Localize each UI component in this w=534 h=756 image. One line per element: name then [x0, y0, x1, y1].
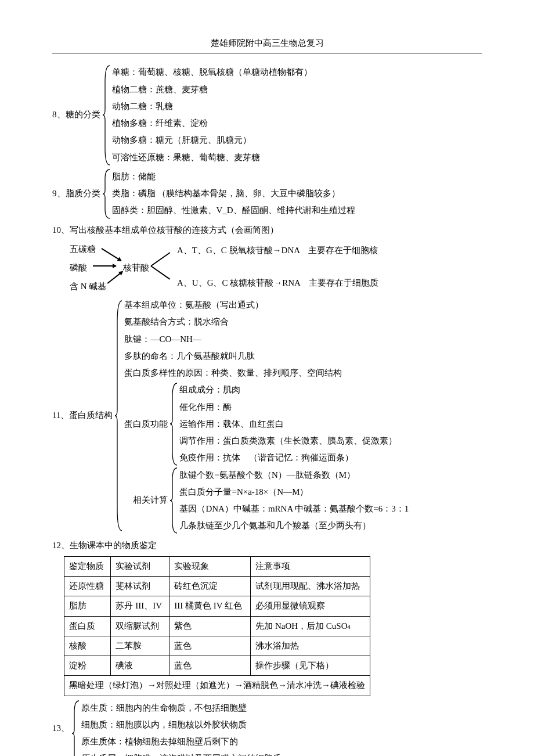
rna-line: A、U、G、C 核糖核苷酸→RNA 主要存在于细胞质 [177, 275, 378, 291]
table-cell: 碘液 [111, 656, 169, 676]
arrow-icon [93, 265, 116, 267]
table-foot-row: 黑暗处理（绿灯泡）→对照处理（如遮光）→酒精脱色→清水冲洗→碘液检验 [64, 676, 370, 696]
table-cell: 淀粉 [64, 656, 111, 676]
identification-table: 鉴定物质 实验试剂 实验现象 注意事项 还原性糖斐林试剂砖红色沉淀试剂现用现配、… [64, 556, 370, 696]
table-row: 脂肪苏丹 III、IVIII 橘黄色 IV 红色必须用显微镜观察 [64, 596, 370, 616]
text-line: 蛋白质多样性的原因：种类、数量、排列顺序、空间结构 [124, 365, 409, 381]
table-cell: 双缩脲试剂 [111, 616, 169, 636]
text-line: 催化作用：酶 [179, 399, 397, 416]
table-cell: 沸水浴加热 [251, 636, 370, 656]
table-cell: 核酸 [64, 636, 111, 656]
text-line: 调节作用：蛋白质类激素（生长激素、胰岛素、促激素） [179, 433, 397, 449]
brace-icon [102, 168, 112, 219]
text-line: 动物二糖：乳糖 [112, 98, 312, 115]
text-line: 几条肽链至少几个氨基和几个羧基（至少两头有） [179, 517, 409, 534]
table-cell: 蛋白质 [64, 616, 111, 636]
text-line: 组成成分：肌肉 [179, 381, 397, 398]
section-9: 9、脂质分类 脂肪：储能 类脂：磷脂 （膜结构基本骨架，脑、卵、大豆中磷脂较多）… [52, 168, 482, 219]
section-8-label: 8、糖的分类 [52, 64, 102, 166]
table-cell: 蓝色 [169, 656, 251, 676]
text-line: 基因（DNA）中碱基：mRNA 中碱基：氨基酸个数=6：3：1 [179, 501, 409, 517]
table-cell: 先加 NaOH，后加 CuSO₄ [251, 616, 370, 636]
section-13-label: 13、 [52, 700, 71, 737]
text-line: 细胞质：细胞膜以内，细胞核以外胶状物质 [81, 717, 282, 733]
table-cell: 二苯胺 [111, 636, 169, 656]
table-row: 核酸二苯胺蓝色沸水浴加热 [64, 636, 370, 656]
protein-function-label: 蛋白质功能 [124, 416, 169, 433]
nucleotide-center: 核苷酸 [123, 260, 149, 276]
text-line: 原生质：细胞内的生命物质，不包括细胞壁 [81, 700, 282, 717]
table-header: 实验试剂 [111, 556, 169, 576]
table-header: 鉴定物质 [64, 556, 111, 576]
section-9-label: 9、脂质分类 [52, 168, 102, 219]
text-line: 脂肪：储能 [112, 168, 355, 185]
section-12-title: 12、生物课本中的物质鉴定 [52, 537, 482, 554]
text-line: 多肽的命名：几个氨基酸就叫几肽 [124, 348, 409, 365]
table-cell: 必须用显微镜观察 [251, 596, 370, 616]
component-pentose: 五碳糖 [70, 241, 96, 258]
table-cell: 脂肪 [64, 596, 111, 616]
table-cell: 蓝色 [169, 636, 251, 656]
brace-icon [71, 700, 81, 757]
text-line: 蛋白质分子量=N×a-18×（N—M） [179, 484, 409, 501]
protein-function-group: 蛋白质功能 组成成分：肌肉 催化作用：酶 运输作用：载体、血红蛋白 调节作用：蛋… [124, 381, 409, 466]
table-cell: 苏丹 III、IV [111, 596, 169, 616]
line-icon [151, 265, 171, 279]
arrow-icon [102, 248, 122, 261]
text-line: 原生质体：植物细胞去掉细胞壁后剩下的 [81, 733, 282, 750]
table-cell: 还原性糖 [64, 577, 111, 596]
brace-icon [169, 467, 179, 534]
table-cell: 操作步骤（见下格） [251, 656, 370, 676]
text-line: 单糖：葡萄糖、核糖、脱氧核糖（单糖动植物都有） [112, 64, 312, 81]
text-line: 原生质层：细胞膜、液泡膜以及两层膜之间的细胞质 [81, 750, 282, 756]
text-line: 肽键个数=氨基酸个数（N）—肽链条数（M） [179, 467, 409, 484]
table-foot-cell: 黑暗处理（绿灯泡）→对照处理（如遮光）→酒精脱色→清水冲洗→碘液检验 [64, 676, 370, 696]
line-icon [151, 252, 171, 266]
section-10-title: 10、写出核酸基本组成单位核苷酸的连接方式（会画简图） [52, 222, 482, 239]
section-13: 13、 原生质：细胞内的生命物质，不包括细胞壁 细胞质：细胞膜以内，细胞核以外胶… [52, 700, 482, 757]
text-line: 固醇类：胆固醇、性激素、V_D、醛固酮、维持代谢和生殖过程 [112, 202, 355, 219]
text-line: 基本组成单位：氨基酸（写出通式） [124, 297, 409, 314]
protein-calc-group: 相关计算 肽键个数=氨基酸个数（N）—肽链条数（M） 蛋白质分子量=N×a-18… [133, 467, 409, 535]
table-header: 实验现象 [169, 556, 251, 576]
text-line: 植物二糖：蔗糖、麦芽糖 [112, 81, 312, 98]
text-line: 可溶性还原糖：果糖、葡萄糖、麦芽糖 [112, 149, 312, 166]
text-line: 免疫作用：抗体 （谐音记忆：狗催运面条） [179, 449, 397, 466]
text-line: 运输作用：载体、血红蛋白 [179, 416, 397, 433]
table-cell: 斐林试剂 [111, 577, 169, 596]
page-header: 楚雄师院附中高三生物总复习 [52, 35, 482, 52]
section-8: 8、糖的分类 单糖：葡萄糖、核糖、脱氧核糖（单糖动植物都有） 植物二糖：蔗糖、麦… [52, 64, 482, 166]
component-phosphate: 磷酸 [70, 260, 87, 276]
table-header: 注意事项 [251, 556, 370, 576]
table-row: 蛋白质双缩脲试剂紫色先加 NaOH，后加 CuSO₄ [64, 616, 370, 636]
text-line: 氨基酸结合方式：脱水缩合 [124, 314, 409, 330]
table-cell: 紫色 [169, 616, 251, 636]
brace-icon [169, 382, 179, 466]
table-cell: III 橘黄色 IV 红色 [169, 596, 251, 616]
text-line: 植物多糖：纤维素、淀粉 [112, 115, 312, 132]
brace-icon [114, 297, 124, 535]
dna-line: A、T、G、C 脱氧核苷酸→DNA 主要存在于细胞核 [177, 242, 378, 259]
text-line: 动物多糖：糖元（肝糖元、肌糖元） [112, 132, 312, 149]
brace-icon [102, 64, 112, 166]
table-cell: 试剂现用现配、沸水浴加热 [251, 577, 370, 596]
section-11: 11、蛋白质结构 基本组成单位：氨基酸（写出通式） 氨基酸结合方式：脱水缩合 肽… [52, 297, 482, 535]
text-line: 肽键：—CO—NH— [124, 331, 409, 348]
section-11-label: 11、蛋白质结构 [52, 297, 114, 535]
nucleotide-diagram: 五碳糖 磷酸 含 N 碱基 核苷酸 A、T、G、C 脱氧核苷酸→DNA 主要存在… [70, 241, 482, 293]
table-header-row: 鉴定物质 实验试剂 实验现象 注意事项 [64, 556, 370, 576]
protein-calc-label: 相关计算 [133, 492, 169, 509]
component-nbase: 含 N 碱基 [70, 278, 106, 295]
table-row: 淀粉碘液蓝色操作步骤（见下格） [64, 656, 370, 676]
text-line: 类脂：磷脂 （膜结构基本骨架，脑、卵、大豆中磷脂较多） [112, 185, 355, 202]
table-row: 还原性糖斐林试剂砖红色沉淀试剂现用现配、沸水浴加热 [64, 577, 370, 596]
table-cell: 砖红色沉淀 [169, 577, 251, 596]
header-rule [52, 53, 482, 53]
arrow-icon [107, 271, 123, 283]
